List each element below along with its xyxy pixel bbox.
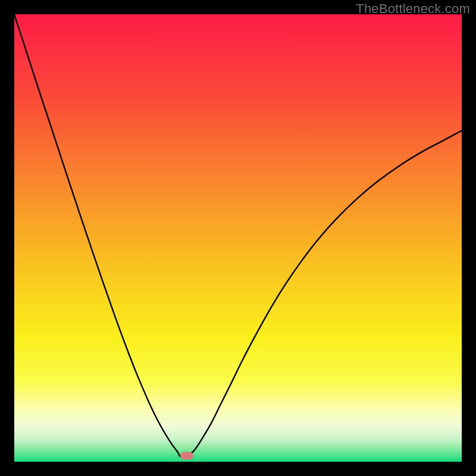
optimum-marker [180,452,193,460]
outer-frame: TheBottleneck.com [0,0,476,476]
bottleneck-chart [14,14,462,462]
chart-background [14,14,462,462]
